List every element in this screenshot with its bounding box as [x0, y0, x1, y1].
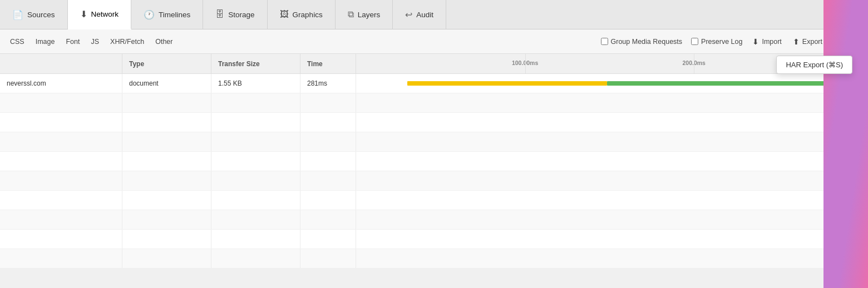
tab-timelines[interactable]: 🕐 Timelines	[131, 0, 203, 29]
empty-waterfall	[356, 210, 868, 229]
empty-waterfall	[356, 93, 868, 112]
table-row-empty	[0, 191, 868, 210]
group-media-checkbox[interactable]	[601, 38, 608, 45]
col-header-type: Type	[122, 54, 211, 73]
filter-js[interactable]: JS	[85, 36, 105, 48]
empty-cell	[0, 210, 122, 229]
empty-cell	[211, 191, 300, 210]
empty-cell	[300, 191, 356, 210]
tab-sources-label: Sources	[27, 11, 55, 19]
empty-cell	[0, 113, 122, 132]
layers-icon: ⧉	[348, 9, 354, 19]
tab-audit[interactable]: ↩ Audit	[393, 0, 446, 29]
empty-cell	[211, 171, 300, 190]
tab-storage-label: Storage	[228, 11, 254, 19]
filter-image[interactable]: Image	[30, 36, 61, 48]
empty-waterfall	[356, 191, 868, 210]
graphics-icon: 🖼	[280, 9, 289, 19]
empty-waterfall	[356, 249, 868, 268]
cell-type: document	[122, 74, 211, 93]
col-header-time: Time	[300, 54, 356, 73]
table-row-empty	[0, 230, 868, 249]
empty-cell	[122, 132, 211, 151]
waterfall-bar-green	[607, 81, 837, 86]
import-icon: ⬇	[752, 37, 759, 46]
tab-sources[interactable]: 📄 Sources	[0, 0, 68, 29]
filter-xhr[interactable]: XHR/Fetch	[105, 36, 150, 48]
empty-cell	[300, 132, 356, 151]
export-button[interactable]: ⬆ Export	[787, 35, 828, 48]
empty-waterfall	[356, 171, 868, 190]
import-button[interactable]: ⬇ Import	[747, 35, 787, 48]
preserve-log-checkbox[interactable]	[691, 38, 698, 45]
empty-cell	[211, 210, 300, 229]
filter-bar: CSS Image Font JS XHR/Fetch Other Group …	[0, 29, 868, 54]
empty-cell	[122, 113, 211, 132]
empty-cell	[0, 152, 122, 171]
filter-css[interactable]: CSS	[4, 36, 30, 48]
empty-cell	[211, 152, 300, 171]
har-export-label: HAR Export (⌘S)	[786, 61, 843, 69]
waterfall-gridline-2	[694, 54, 694, 73]
cell-size: 1.55 KB	[211, 74, 300, 93]
filter-font[interactable]: Font	[60, 36, 85, 48]
empty-cell	[211, 132, 300, 151]
empty-cell	[211, 230, 300, 249]
cell-time: 281ms	[300, 74, 356, 93]
waterfall-bar-yellow	[407, 81, 607, 86]
empty-cell	[300, 93, 356, 112]
tab-layers[interactable]: ⧉ Layers	[336, 0, 393, 29]
har-export-tooltip: HAR Export (⌘S)	[776, 56, 852, 74]
audit-icon: ↩	[405, 9, 412, 20]
tab-bar: 📄 Sources ⬇ Network 🕐 Timelines 🗄 Storag…	[0, 0, 868, 29]
empty-cell	[0, 230, 122, 249]
group-media-checkbox-label[interactable]: Group Media Requests	[596, 38, 687, 46]
export-icon: ⬆	[793, 37, 800, 46]
empty-cell	[211, 249, 300, 268]
empty-cell	[300, 210, 356, 229]
waterfall-bars	[356, 80, 868, 87]
right-gradient-panel	[823, 0, 868, 288]
filter-other[interactable]: Other	[150, 36, 178, 48]
empty-cell	[300, 249, 356, 268]
empty-cell	[0, 132, 122, 151]
table-row-empty	[0, 249, 868, 269]
tab-storage[interactable]: 🗄 Storage	[203, 0, 267, 29]
col-header-size: Transfer Size	[211, 54, 300, 73]
tab-layers-label: Layers	[358, 11, 381, 19]
empty-cell	[0, 93, 122, 112]
tab-network[interactable]: ⬇ Network	[68, 0, 132, 29]
main-area: Type Transfer Size Time 100.00ms 200.0ms…	[0, 54, 868, 288]
empty-cell	[122, 93, 211, 112]
tab-graphics[interactable]: 🖼 Graphics	[268, 0, 336, 29]
empty-cell	[211, 113, 300, 132]
empty-cell	[300, 113, 356, 132]
empty-cell	[0, 191, 122, 210]
table-body: neverssl.com document 1.55 KB 281ms	[0, 74, 868, 269]
sources-icon: 📄	[12, 9, 23, 20]
tab-audit-label: Audit	[416, 11, 433, 19]
empty-cell	[300, 230, 356, 249]
table-row[interactable]: neverssl.com document 1.55 KB 281ms	[0, 74, 868, 93]
network-icon: ⬇	[80, 9, 87, 19]
empty-cell	[0, 249, 122, 268]
empty-waterfall	[356, 132, 868, 151]
storage-icon: 🗄	[215, 9, 224, 19]
empty-cell	[122, 191, 211, 210]
col-header-name	[0, 54, 122, 73]
empty-cell	[0, 171, 122, 190]
cell-name: neverssl.com	[0, 74, 122, 93]
cell-waterfall	[356, 74, 868, 93]
table-header: Type Transfer Size Time 100.00ms 200.0ms	[0, 54, 868, 74]
empty-cell	[122, 171, 211, 190]
empty-cell	[122, 210, 211, 229]
tab-graphics-label: Graphics	[293, 11, 323, 19]
table-row-empty	[0, 210, 868, 230]
table-row-empty	[0, 132, 868, 152]
preserve-log-checkbox-label[interactable]: Preserve Log	[687, 38, 747, 46]
empty-waterfall	[356, 113, 868, 132]
empty-cell	[122, 249, 211, 268]
empty-cell	[122, 230, 211, 249]
empty-cell	[211, 93, 300, 112]
timelines-icon: 🕐	[144, 9, 155, 20]
